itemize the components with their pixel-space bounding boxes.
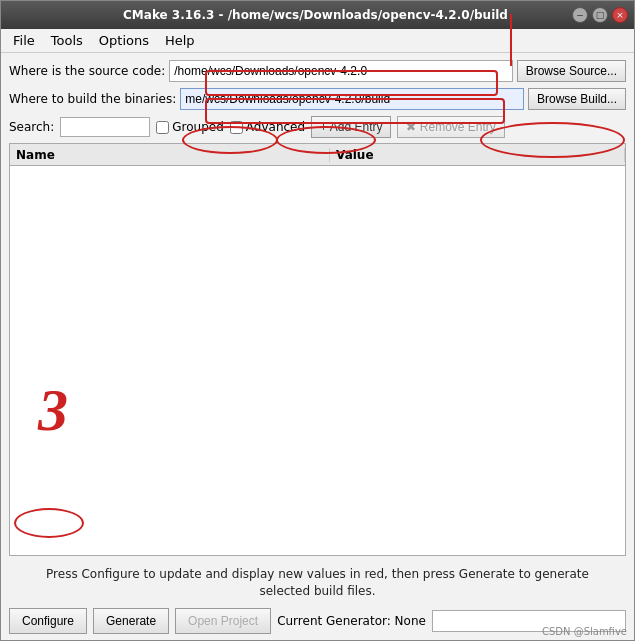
source-label: Where is the source code: — [9, 64, 165, 78]
search-label: Search: — [9, 120, 54, 134]
menu-options[interactable]: Options — [91, 31, 157, 50]
search-row: Search: Grouped Advanced + Add Entry ✖ R… — [9, 115, 626, 139]
window-title: CMake 3.16.3 - /home/wcs/Downloads/openc… — [59, 8, 572, 22]
window-controls: − □ × — [572, 7, 628, 23]
menu-tools[interactable]: Tools — [43, 31, 91, 50]
status-text: Press Configure to update and display ne… — [9, 566, 626, 600]
maximize-button[interactable]: □ — [592, 7, 608, 23]
browse-source-button[interactable]: Browse Source... — [517, 60, 626, 82]
build-input[interactable] — [180, 88, 524, 110]
build-row: Where to build the binaries: Browse Buil… — [9, 87, 626, 111]
status-area: Press Configure to update and display ne… — [1, 562, 634, 604]
source-row: Where is the source code: Browse Source.… — [9, 59, 626, 83]
build-label: Where to build the binaries: — [9, 92, 176, 106]
advanced-label: Advanced — [246, 120, 305, 134]
table-header: Name Value — [10, 144, 625, 166]
generate-button[interactable]: Generate — [93, 608, 169, 634]
add-entry-button[interactable]: + Add Entry — [311, 116, 391, 138]
watermark: CSDN @Slamfive — [542, 626, 627, 637]
grouped-label: Grouped — [172, 120, 224, 134]
main-content: Where is the source code: Browse Source.… — [1, 53, 634, 562]
browse-build-button[interactable]: Browse Build... — [528, 88, 626, 110]
advanced-checkbox[interactable] — [230, 121, 243, 134]
search-input[interactable] — [60, 117, 150, 137]
bottom-row: Configure Generate Open Project Current … — [1, 604, 634, 640]
open-project-button[interactable]: Open Project — [175, 608, 271, 634]
menu-help[interactable]: Help — [157, 31, 203, 50]
configure-button[interactable]: Configure — [9, 608, 87, 634]
grouped-checkbox[interactable] — [156, 121, 169, 134]
grouped-checkbox-label[interactable]: Grouped — [156, 120, 224, 134]
menubar: File Tools Options Help — [1, 29, 634, 53]
close-button[interactable]: × — [612, 7, 628, 23]
generator-label: Current Generator: None — [277, 614, 426, 628]
remove-entry-button[interactable]: ✖ Remove Entry — [397, 116, 504, 138]
titlebar: CMake 3.16.3 - /home/wcs/Downloads/openc… — [1, 1, 634, 29]
cmake-table: Name Value — [9, 143, 626, 556]
minimize-button[interactable]: − — [572, 7, 588, 23]
advanced-checkbox-label[interactable]: Advanced — [230, 120, 305, 134]
value-column-header: Value — [330, 148, 625, 162]
menu-file[interactable]: File — [5, 31, 43, 50]
source-input[interactable] — [169, 60, 512, 82]
name-column-header: Name — [10, 148, 330, 162]
